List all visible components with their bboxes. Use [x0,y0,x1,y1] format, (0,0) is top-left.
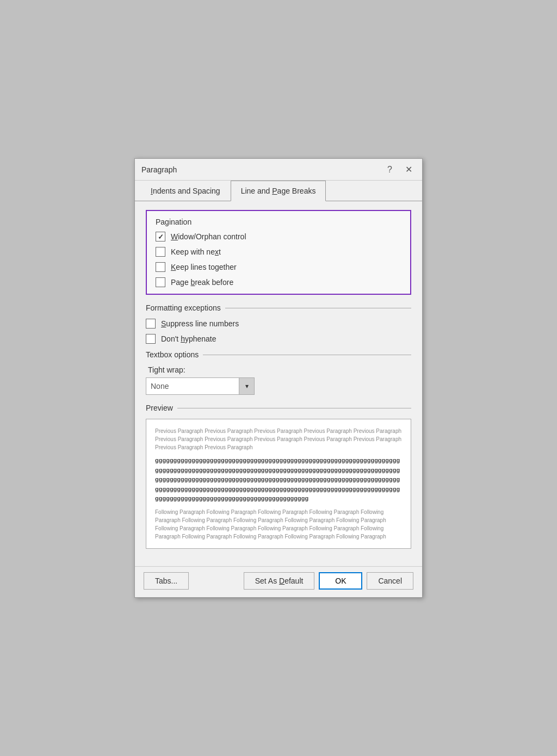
formatting-divider: Formatting exceptions [146,303,411,312]
preview-divider-line [177,408,411,408]
preview-title: Preview [146,404,177,412]
cancel-button[interactable]: Cancel [367,572,413,590]
dont-hyphenate-label: Don't hyphenate [161,334,216,343]
page-break-before-label: Page break before [171,278,233,287]
widow-orphan-row: Widow/Orphan control [156,232,401,241]
pagination-title: Pagination [156,218,401,226]
suppress-line-numbers-row: Suppress line numbers [146,319,411,329]
tabs-button[interactable]: Tabs... [144,572,189,590]
help-button[interactable]: ? [384,164,395,176]
preview-current-paragraph: gggggggggggggggggggggggggggggggggggggggg… [155,456,402,504]
keep-lines-together-checkbox[interactable] [156,262,165,272]
tab-bar: Indents and Spacing Line and Page Breaks [135,181,422,201]
button-bar: Tabs... Set As Default OK Cancel [135,566,422,597]
tight-wrap-value: None [146,380,239,393]
page-break-before-row: Page break before [156,277,401,287]
textbox-options-title: Textbox options [146,350,203,359]
ok-button[interactable]: OK [319,572,362,590]
tight-wrap-label: Tight wrap: [146,365,411,374]
tight-wrap-dropdown-arrow[interactable]: ▾ [239,378,254,394]
widow-orphan-checkbox[interactable] [156,232,165,241]
dont-hyphenate-checkbox[interactable] [146,334,156,344]
keep-with-next-row: Keep with next [156,247,401,257]
textbox-divider-line [203,355,411,355]
textbox-options-section: Textbox options Tight wrap: None ▾ [146,350,411,395]
tab-linebreaks-label: Line and Page Breaks [241,187,316,195]
tab-indents-and-spacing[interactable]: Indents and Spacing [140,181,231,201]
keep-with-next-label: Keep with next [171,247,221,256]
title-bar-controls: ? ✕ [384,163,416,176]
dialog-content: Pagination Widow/Orphan control Keep wit… [135,201,422,566]
keep-lines-together-label: Keep lines together [171,263,237,271]
button-group-right: Set As Default OK Cancel [244,572,413,590]
formatting-exceptions-title: Formatting exceptions [146,303,225,312]
chevron-down-icon: ▾ [245,382,249,390]
keep-with-next-checkbox[interactable] [156,247,165,257]
suppress-line-numbers-checkbox[interactable] [146,319,156,329]
textbox-divider: Textbox options [146,350,411,359]
dont-hyphenate-row: Don't hyphenate [146,334,411,344]
dialog-title: Paragraph [141,165,177,174]
tight-wrap-select[interactable]: None ▾ [146,377,255,395]
widow-orphan-label: Widow/Orphan control [171,232,246,241]
page-break-before-checkbox[interactable] [156,277,165,287]
pagination-section: Pagination Widow/Orphan control Keep wit… [146,210,411,295]
title-bar: Paragraph ? ✕ [135,159,422,181]
formatting-divider-line [225,308,411,308]
formatting-exceptions-section: Formatting exceptions Suppress line numb… [146,303,411,344]
preview-previous-paragraph: Previous Paragraph Previous Paragraph Pr… [155,427,402,451]
suppress-line-numbers-label: Suppress line numbers [161,319,239,328]
preview-section: Preview Previous Paragraph Previous Para… [146,404,411,549]
close-button[interactable]: ✕ [402,163,416,176]
preview-divider: Preview [146,404,411,412]
preview-following-paragraph: Following Paragraph Following Paragraph … [155,508,402,541]
keep-lines-together-row: Keep lines together [156,262,401,272]
set-as-default-button[interactable]: Set As Default [244,572,315,590]
preview-box: Previous Paragraph Previous Paragraph Pr… [146,419,411,549]
paragraph-dialog: Paragraph ? ✕ Indents and Spacing Line a… [134,158,423,598]
tab-indents-label: Indents and Spacing [151,187,220,195]
tab-line-and-page-breaks[interactable]: Line and Page Breaks [231,181,326,201]
